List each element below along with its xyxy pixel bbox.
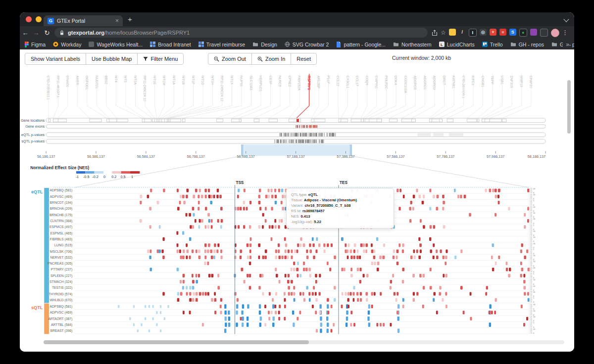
browser-menu-icon[interactable]: ⋮	[562, 29, 568, 36]
gene-label[interactable]: CCDC102A	[404, 76, 407, 93]
qtl-mark[interactable]	[258, 225, 261, 228]
qtl-mark[interactable]	[242, 304, 244, 309]
qtl-mark[interactable]	[331, 305, 333, 308]
qtl-mark[interactable]	[460, 286, 463, 289]
qtl-mark[interactable]	[201, 195, 203, 198]
qtl-mark[interactable]	[271, 237, 273, 241]
qtl-mark[interactable]	[436, 249, 438, 253]
qtl-mark[interactable]	[198, 249, 200, 253]
extension-icon[interactable]: ●	[519, 29, 527, 37]
qtl-mark[interactable]	[454, 188, 456, 192]
qtl-mark[interactable]	[430, 225, 432, 228]
qtl-mark[interactable]	[288, 292, 290, 296]
gene-location-box[interactable]	[239, 119, 241, 122]
qtl-mark[interactable]	[486, 286, 488, 289]
tissue-row-label[interactable]: BRNCHA (209)	[50, 207, 72, 211]
qtl-mark[interactable]	[182, 195, 185, 198]
qtl-mark[interactable]	[265, 249, 267, 253]
qtl-mark[interactable]	[418, 256, 421, 259]
qtl-mark[interactable]	[137, 329, 139, 332]
qtl-mark[interactable]	[160, 311, 161, 314]
tissue-row-label[interactable]: SPLEEN (227)	[50, 274, 72, 278]
qtl-mark[interactable]	[347, 305, 349, 308]
qtl-mark[interactable]	[199, 292, 201, 296]
qtl-mark[interactable]	[498, 188, 500, 192]
qtl-mark[interactable]	[177, 243, 179, 247]
qtl-mark[interactable]	[315, 249, 317, 253]
qtl-mark[interactable]	[259, 188, 261, 192]
gene-label[interactable]: NUDT21	[95, 76, 99, 89]
qtl-mark[interactable]	[346, 311, 348, 315]
qtl-mark[interactable]	[224, 329, 226, 333]
qtl-mark[interactable]	[199, 219, 201, 223]
back-button[interactable]: ←	[20, 29, 31, 37]
qtl-mark[interactable]	[309, 249, 312, 253]
qtl-mark[interactable]	[293, 322, 295, 327]
qtl-mark[interactable]	[460, 249, 462, 253]
qtl-mark[interactable]	[275, 195, 277, 198]
qtl-mark[interactable]	[240, 317, 242, 320]
tissue-row-label[interactable]: ADPSBQ (581)	[50, 189, 72, 193]
qtl-mark[interactable]	[491, 256, 493, 259]
qtl-mark[interactable]	[259, 207, 261, 210]
qtl-mark[interactable]	[360, 292, 362, 296]
qtl-mark[interactable]	[207, 262, 209, 265]
qtl-mark[interactable]	[242, 317, 244, 321]
qtl-mark[interactable]	[180, 256, 182, 259]
bookmark-item[interactable]: Workday	[53, 42, 81, 47]
zoom-in-button[interactable]: Zoom In	[251, 53, 291, 65]
qtl-mark[interactable]	[293, 268, 296, 271]
qtl-mark[interactable]	[396, 249, 399, 253]
extension-icon[interactable]: S	[509, 29, 516, 36]
qtl-mark[interactable]	[520, 274, 522, 277]
qtl-mark[interactable]	[244, 188, 246, 192]
qtl-mark[interactable]	[284, 256, 287, 259]
qtl-mark[interactable]	[402, 243, 404, 247]
qtl-mark[interactable]	[398, 243, 400, 247]
qtl-mark[interactable]	[363, 274, 365, 277]
gene-label[interactable]: ADGRG1	[423, 76, 427, 90]
qtl-mark[interactable]	[219, 195, 222, 198]
qtl-mark[interactable]	[523, 323, 525, 326]
qtl-mark[interactable]	[345, 292, 346, 296]
qtl-mark[interactable]	[237, 298, 239, 302]
gene-location-box[interactable]	[254, 119, 259, 122]
qtl-mark[interactable]	[445, 256, 447, 259]
qtl-mark[interactable]	[430, 268, 432, 271]
qtl-mark[interactable]	[291, 280, 293, 283]
qtl-mark[interactable]	[240, 249, 242, 253]
qtl-mark[interactable]	[278, 225, 280, 228]
qtl-mark[interactable]	[250, 237, 252, 241]
qtl-mark[interactable]	[460, 195, 462, 198]
gene-label[interactable]: CNGB1	[481, 76, 485, 88]
qtl-mark[interactable]	[412, 274, 415, 277]
qtl-mark[interactable]	[303, 262, 305, 265]
qtl-mark[interactable]	[145, 317, 146, 320]
horizontal-scrollbar-thumb[interactable]	[44, 340, 309, 344]
qtl-mark[interactable]	[187, 188, 189, 192]
tissue-row-label[interactable]: ARTAORT (387)	[48, 317, 72, 321]
qtl-mark[interactable]	[140, 195, 143, 198]
qtl-mark[interactable]	[189, 292, 191, 296]
qtl-mark[interactable]	[156, 323, 157, 326]
qtl-mark[interactable]	[192, 286, 195, 289]
qtl-mark[interactable]	[349, 249, 352, 253]
qtl-mark[interactable]	[315, 298, 318, 302]
qtl-mark[interactable]	[402, 268, 404, 271]
qtl-mark[interactable]	[247, 322, 248, 327]
bookmark-item[interactable]: Northeastern	[393, 42, 432, 47]
qtl-mark[interactable]	[509, 268, 511, 271]
qtl-mark[interactable]	[196, 280, 198, 283]
gene-location-box[interactable]	[90, 119, 101, 122]
qtl-mark[interactable]	[262, 292, 264, 296]
qtl-mark[interactable]	[275, 249, 277, 253]
qtl-mark[interactable]	[149, 225, 151, 228]
qtl-mark[interactable]	[220, 249, 222, 253]
qtl-mark[interactable]	[288, 286, 290, 289]
qtl-mark[interactable]	[324, 249, 326, 253]
qtl-mark[interactable]	[241, 311, 243, 315]
qtl-mark[interactable]	[220, 298, 222, 302]
qtl-mark[interactable]	[261, 274, 263, 277]
qtl-mark[interactable]	[360, 268, 362, 271]
gene-location-box[interactable]	[401, 119, 413, 122]
